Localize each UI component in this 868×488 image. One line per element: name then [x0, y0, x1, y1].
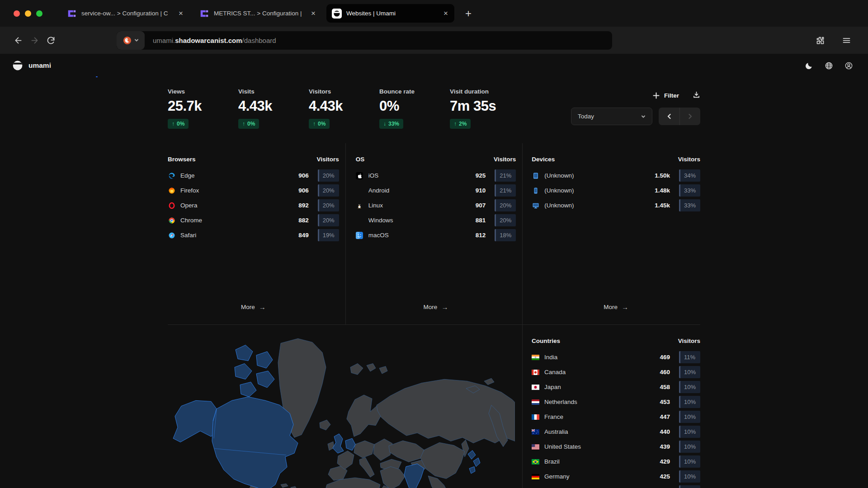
percent-bar: 34%: [679, 169, 700, 182]
list-item[interactable]: Edge 906 20%: [168, 168, 339, 183]
coolify-icon: [67, 9, 77, 19]
browser-tab[interactable]: Websites | Umami ×: [326, 4, 454, 23]
macos-icon: [356, 232, 363, 239]
row-label: (Unknown): [544, 187, 650, 194]
minimize-window-button[interactable]: [25, 10, 31, 17]
devices-more-link[interactable]: More→: [532, 303, 700, 311]
percent-bar: 20%: [495, 214, 516, 226]
theme-moon-icon[interactable]: [801, 58, 816, 73]
address-bar[interactable]: umami.shadowarcanist.com/dashboard: [117, 31, 612, 50]
zoom-window-button[interactable]: [36, 10, 42, 17]
percent-bar: 10%: [679, 470, 700, 483]
duckduckgo-icon: [123, 36, 132, 45]
list-item[interactable]: India 469 11%: [532, 350, 700, 365]
row-label: India: [544, 354, 655, 361]
list-item[interactable]: France 447 10%: [532, 409, 700, 424]
list-item[interactable]: macOS 812 18%: [356, 228, 516, 243]
list-item[interactable]: Windows 881 20%: [356, 213, 516, 228]
close-window-button[interactable]: [14, 10, 20, 17]
extensions-puzzle-icon[interactable]: [812, 32, 828, 48]
back-button[interactable]: [10, 32, 26, 48]
search-engine-chip[interactable]: [117, 31, 145, 50]
date-range-select[interactable]: Today: [571, 108, 652, 125]
list-item[interactable]: Brazil 429 10%: [532, 454, 700, 469]
list-item[interactable]: (Unknown) 1.48k 33%: [532, 183, 700, 198]
app-nav-item[interactable]: [90, 54, 104, 77]
row-value: 1.48k: [655, 187, 670, 194]
reload-button[interactable]: [42, 32, 59, 48]
list-item[interactable]: United Kingdom 415 9%: [532, 484, 700, 488]
browser-tab-bar: service-ow... > Configuration | C × METR…: [0, 0, 868, 27]
new-tab-button[interactable]: +: [465, 7, 472, 20]
tab-strip: service-ow... > Configuration | C × METR…: [61, 4, 454, 23]
umami-icon: [332, 9, 342, 19]
row-value: 925: [476, 172, 486, 179]
app-nav-item[interactable]: [117, 54, 131, 77]
profile-icon[interactable]: [841, 58, 856, 73]
metrics-section: Views 25.7k ↑0% Visits 4.43k ↑0% Visitor…: [168, 77, 700, 129]
list-item[interactable]: Japan 458 10%: [532, 380, 700, 394]
tab-title: service-ow... > Configuration | C: [81, 10, 173, 17]
metric-card: Visit duration 7m 35s ↑2%: [450, 88, 520, 129]
list-item[interactable]: Canada 460 10%: [532, 365, 700, 380]
list-item[interactable]: United States 439 10%: [532, 439, 700, 454]
metrics-panels: Browsers Visitors Edge 906 20% Firefox 9…: [168, 143, 700, 325]
row-label: France: [544, 413, 655, 420]
prev-period-button[interactable]: [659, 108, 679, 125]
forward-button[interactable]: [26, 32, 42, 48]
list-item[interactable]: Android 910 21%: [356, 183, 516, 198]
list-item[interactable]: (Unknown) 1.45k 33%: [532, 198, 700, 213]
list-item[interactable]: Linux 907 20%: [356, 198, 516, 213]
download-button[interactable]: [693, 91, 700, 100]
row-label: Firefox: [180, 187, 293, 194]
window-controls[interactable]: [14, 10, 42, 17]
list-item[interactable]: Safari 849 19%: [168, 228, 339, 243]
panel-title: OS: [356, 156, 365, 163]
flag-us-icon: [532, 443, 539, 450]
percent-bar: 19%: [318, 229, 339, 241]
tab-close-icon[interactable]: ×: [443, 9, 449, 18]
row-value: 849: [298, 232, 309, 239]
list-item[interactable]: Firefox 906 20%: [168, 183, 339, 198]
row-label: Australia: [544, 428, 655, 435]
row-value: 440: [660, 428, 670, 435]
list-item[interactable]: Australia 440 10%: [532, 424, 700, 439]
tab-close-icon[interactable]: ×: [310, 9, 316, 18]
browsers-more-link[interactable]: More→: [168, 303, 339, 311]
list-item[interactable]: Opera 892 20%: [168, 198, 339, 213]
row-label: Windows: [368, 217, 471, 224]
metric-label: Bounce rate: [379, 88, 450, 95]
row-label: macOS: [368, 232, 471, 239]
os-more-link[interactable]: More→: [356, 303, 516, 311]
percent-bar: 10%: [679, 455, 700, 468]
world-map[interactable]: [168, 332, 515, 488]
mobile-icon: [532, 187, 539, 194]
plus-icon: [652, 92, 660, 99]
percent-bar: 21%: [495, 184, 516, 197]
language-globe-icon[interactable]: [821, 58, 836, 73]
app-nav-item[interactable]: [104, 54, 117, 77]
row-label: Safari: [180, 232, 293, 239]
next-period-button[interactable]: [679, 108, 700, 125]
list-item[interactable]: Netherlands 453 10%: [532, 394, 700, 409]
browser-tab[interactable]: METRICS ST... > Configuration | ×: [194, 4, 322, 23]
umami-brand[interactable]: umami: [12, 60, 51, 71]
chevron-down-icon: [134, 38, 139, 42]
tab-title: Websites | Umami: [346, 10, 438, 17]
list-item[interactable]: (Unknown) 1.50k 34%: [532, 168, 700, 183]
panel-value-header: Visitors: [494, 156, 516, 163]
chevron-down-icon: [641, 114, 646, 119]
arrow-right-icon: →: [622, 303, 628, 311]
panel-value-header: Visitors: [316, 156, 339, 163]
browser-tab[interactable]: service-ow... > Configuration | C ×: [61, 4, 189, 23]
filter-button[interactable]: Filter: [652, 92, 679, 99]
list-item[interactable]: Germany 425 10%: [532, 469, 700, 484]
tab-close-icon[interactable]: ×: [178, 9, 184, 18]
list-item[interactable]: Chrome 882 20%: [168, 213, 339, 228]
chrome-icon: [168, 217, 175, 224]
row-value: 447: [660, 413, 670, 420]
row-value: 1.50k: [655, 172, 670, 179]
app-nav-item[interactable]: [76, 54, 90, 77]
list-item[interactable]: iOS 925 21%: [356, 168, 516, 183]
menu-hamburger-icon[interactable]: [838, 32, 854, 48]
